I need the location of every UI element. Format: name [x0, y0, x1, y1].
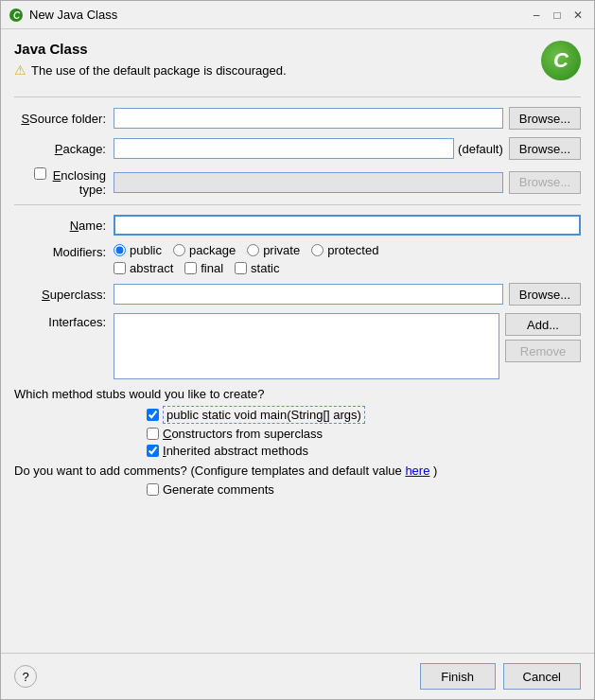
stubs-constructors-label: Constructors from superclass	[163, 427, 323, 441]
package-default-label: (default)	[458, 142, 503, 156]
comments-link[interactable]: here	[405, 464, 429, 478]
comments-section: Do you want to add comments? (Configure …	[14, 464, 581, 497]
package-input[interactable]	[114, 138, 454, 159]
interfaces-label: Interfaces:	[14, 313, 114, 329]
minimize-button[interactable]: –	[528, 7, 545, 24]
dialog-content: Java Class ⚠ The use of the default pack…	[1, 29, 594, 653]
superclass-row: Superclass: java.lang.Object Browse...	[14, 283, 581, 306]
stubs-inherited-option[interactable]: Inherited abstract methods	[147, 444, 581, 458]
stubs-constructors-checkbox[interactable]	[147, 428, 159, 440]
warning-text: The use of the default package is discou…	[31, 63, 287, 78]
modifier-package-radio[interactable]	[173, 244, 185, 256]
modifier-private-option[interactable]: private	[247, 243, 300, 257]
modifier-protected-radio[interactable]	[311, 244, 324, 256]
warning-row: ⚠ The use of the default package is disc…	[14, 62, 287, 78]
comments-items: Generate comments	[147, 482, 581, 497]
interfaces-buttons: Add... Remove	[505, 313, 581, 362]
enclosing-type-browse-button[interactable]: Browse...	[509, 171, 581, 194]
modifier-final-checkbox[interactable]	[184, 262, 197, 274]
source-folder-label: SSource folder:	[14, 112, 114, 126]
enclosing-type-checkbox[interactable]	[34, 167, 46, 180]
stubs-main-checkbox[interactable]	[147, 409, 159, 421]
stubs-constructors-option[interactable]: Constructors from superclass	[147, 427, 581, 441]
stubs-title: Which method stubs would you like to cre…	[14, 387, 581, 401]
window-icon: C	[9, 8, 24, 23]
generate-comments-checkbox[interactable]	[147, 483, 159, 496]
stubs-inherited-checkbox[interactable]	[147, 445, 159, 457]
modifier-protected-option[interactable]: protected	[311, 243, 378, 257]
name-input[interactable]: InOut	[114, 215, 581, 236]
modifier-final-option[interactable]: final	[184, 261, 223, 275]
enclosing-row: Enclosing type: Browse...	[14, 167, 581, 197]
modifier-static-option[interactable]: static	[235, 261, 279, 275]
stubs-items: public static void main(String[] args) C…	[147, 406, 581, 458]
warning-icon: ⚠	[14, 62, 26, 78]
access-modifiers: public package private protected	[114, 243, 581, 257]
source-folder-input[interactable]: Review/src	[114, 108, 503, 129]
header-area: Java Class ⚠ The use of the default pack…	[14, 41, 581, 89]
modifier-public-radio[interactable]	[114, 244, 126, 256]
package-label: Package:	[14, 142, 114, 156]
generate-comments-label: Generate comments	[163, 482, 274, 497]
modifier-abstract-checkbox[interactable]	[114, 262, 126, 274]
modifier-static-checkbox[interactable]	[235, 262, 247, 274]
divider2	[14, 204, 581, 205]
name-row: Name: InOut	[14, 215, 581, 236]
stubs-section: Which method stubs would you like to cre…	[14, 387, 581, 458]
stubs-main-label: public static void main(String[] args)	[163, 406, 365, 424]
interfaces-section: Interfaces: Add... Remove	[14, 313, 581, 379]
modifier-public-option[interactable]: public	[114, 243, 162, 257]
java-logo: C	[541, 41, 581, 80]
superclass-input[interactable]: java.lang.Object	[114, 284, 503, 305]
cancel-button[interactable]: Cancel	[503, 663, 581, 690]
dialog-footer: ? Finish Cancel	[1, 653, 594, 699]
modifiers-label: Modifiers:	[14, 243, 114, 259]
maximize-button[interactable]: □	[549, 7, 566, 24]
superclass-browse-button[interactable]: Browse...	[509, 283, 581, 306]
window-controls: – □ ✕	[528, 7, 586, 24]
source-folder-browse-button[interactable]: Browse...	[509, 107, 581, 130]
comments-question: Do you want to add comments? (Configure …	[14, 464, 581, 478]
modifiers-group: public package private protected	[114, 243, 581, 275]
generate-comments-option[interactable]: Generate comments	[147, 482, 581, 497]
stubs-main-option[interactable]: public static void main(String[] args)	[147, 406, 581, 424]
source-folder-row: SSource folder: Review/src Browse...	[14, 107, 581, 130]
stubs-inherited-label: Inherited abstract methods	[163, 444, 308, 458]
help-button[interactable]: ?	[14, 665, 37, 688]
title-bar: C New Java Class – □ ✕	[1, 1, 594, 29]
modifier-abstract-option[interactable]: abstract	[114, 261, 173, 275]
finish-button[interactable]: Finish	[420, 663, 496, 690]
package-row: Package: (default) Browse...	[14, 137, 581, 160]
superclass-label: Superclass:	[14, 288, 114, 302]
other-modifiers: abstract final static	[114, 261, 581, 275]
modifier-private-radio[interactable]	[247, 244, 259, 256]
package-browse-button[interactable]: Browse...	[509, 137, 581, 160]
enclosing-type-input[interactable]	[114, 172, 503, 193]
window-title: New Java Class	[29, 8, 528, 22]
enclosing-type-label: Enclosing type:	[14, 167, 114, 197]
modifier-package-option[interactable]: package	[173, 243, 236, 257]
dialog-title: Java Class	[14, 41, 287, 57]
modifiers-row: Modifiers: public package private	[14, 243, 581, 275]
interfaces-add-button[interactable]: Add...	[505, 313, 581, 336]
interfaces-list	[114, 313, 499, 379]
name-label: Name:	[14, 219, 114, 233]
svg-text:C: C	[13, 10, 21, 21]
close-button[interactable]: ✕	[569, 7, 586, 24]
header-left: Java Class ⚠ The use of the default pack…	[14, 41, 287, 89]
window: C New Java Class – □ ✕ Java Class ⚠ The …	[0, 0, 595, 700]
divider	[14, 96, 581, 97]
interfaces-remove-button[interactable]: Remove	[505, 340, 581, 362]
